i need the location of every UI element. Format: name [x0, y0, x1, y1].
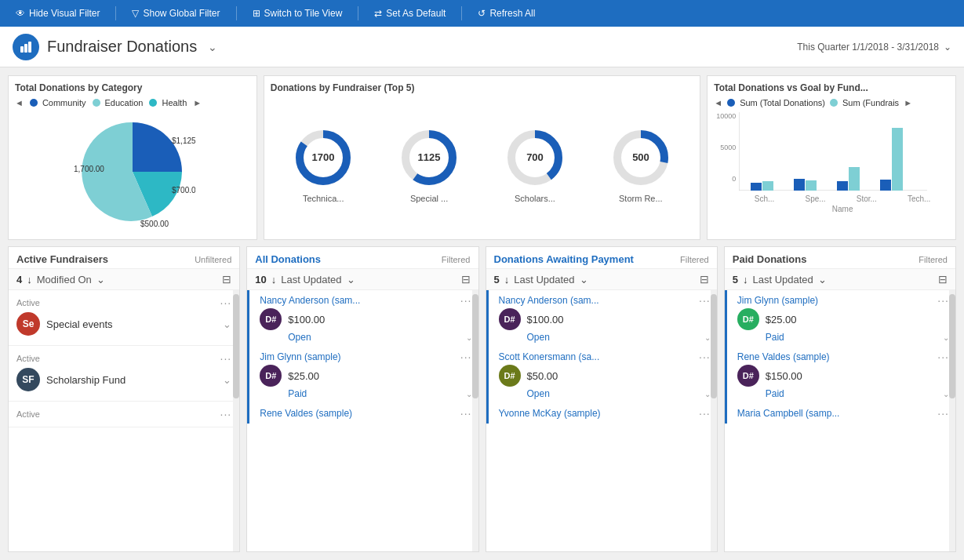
- list-item[interactable]: Jim Glynn (sample) ··· D# $25.00 Paid ⌄: [247, 347, 478, 403]
- x-axis-name-label: Name: [739, 205, 946, 213]
- donut-svg-1: 1125: [398, 126, 460, 189]
- ap-item-dots-0[interactable]: ···: [699, 294, 711, 307]
- bar-nav-left-icon[interactable]: ◄: [714, 98, 722, 107]
- pd-chevron-1[interactable]: ⌄: [943, 390, 949, 398]
- date-range[interactable]: This Quarter 1/1/2018 - 3/31/2018 ⌄: [797, 42, 951, 53]
- tile-view-btn[interactable]: ⊞ Switch to Tile View: [245, 5, 351, 22]
- pd-chevron-0[interactable]: ⌄: [943, 333, 949, 342]
- ap-sort-field[interactable]: Last Updated: [514, 274, 574, 285]
- ad-status-0[interactable]: Open: [288, 332, 311, 343]
- svg-text:1125: 1125: [418, 151, 441, 163]
- fi-status-1: Active: [16, 354, 40, 363]
- list-item[interactable]: Jim Glynn (sample) ··· D# $25.00 Paid ⌄: [725, 290, 955, 347]
- pd-scrollbar[interactable]: [949, 290, 955, 551]
- ap-chevron-0[interactable]: ⌄: [704, 333, 711, 342]
- ad-sort-field-chevron[interactable]: ⌄: [347, 274, 355, 285]
- fi-chevron-0[interactable]: ⌄: [223, 318, 231, 330]
- pie-chart-area: $1,125.00 1,700.00 $500.00 $700.00: [15, 111, 250, 232]
- bar-nav-right-icon[interactable]: ►: [904, 98, 912, 107]
- ap-status-1[interactable]: Open: [527, 388, 550, 399]
- legend-health: Health: [162, 98, 187, 107]
- pd-sort-field[interactable]: Last Updated: [752, 274, 813, 285]
- refresh-btn[interactable]: ↺ Refresh All: [470, 5, 543, 22]
- fi-dots-0[interactable]: ···: [220, 296, 232, 309]
- fi-dots-2[interactable]: ···: [220, 408, 232, 420]
- af-scrollbar[interactable]: [233, 290, 239, 551]
- pd-item-name-1[interactable]: Rene Valdes (sample): [737, 351, 830, 362]
- af-controls: 4 ↓ Modified On ⌄ ⊟: [9, 269, 239, 290]
- list-item[interactable]: Nancy Anderson (sam... ··· D# $100.00 Op…: [247, 290, 478, 347]
- pd-sort-num: 5: [733, 274, 738, 285]
- list-item[interactable]: Maria Campbell (samp... ···: [725, 403, 955, 424]
- ap-scrollbar[interactable]: [711, 290, 717, 551]
- list-item[interactable]: Yvonne McKay (sample) ···: [486, 403, 717, 424]
- pd-amount-0: $25.00: [766, 314, 797, 325]
- list-item[interactable]: Nancy Anderson (sam... ··· D# $100.00 Op…: [486, 290, 717, 347]
- ap-sort-down-icon[interactable]: ↓: [504, 274, 510, 285]
- list-item[interactable]: Rene Valdes (sample) ··· D# $150.00 Paid…: [725, 347, 955, 403]
- awaiting-payment-card: Donations Awaiting Payment Filtered 5 ↓ …: [486, 246, 718, 552]
- af-sort-field-chevron[interactable]: ⌄: [96, 274, 105, 285]
- ad-chevron-0[interactable]: ⌄: [466, 333, 472, 342]
- af-filter-icon[interactable]: ⊟: [222, 273, 231, 285]
- ap-status-0[interactable]: Open: [527, 332, 550, 343]
- ap-item-dots-1[interactable]: ···: [699, 351, 711, 363]
- sep3: [358, 6, 358, 20]
- ap-item-dots-2[interactable]: ···: [699, 407, 711, 420]
- pd-status-0[interactable]: Paid: [766, 332, 784, 343]
- list-item[interactable]: Rene Valdes (sample) ···: [247, 403, 478, 424]
- ad-scrollbar[interactable]: [472, 290, 478, 551]
- ad-item-name-1[interactable]: Jim Glynn (sample): [260, 351, 340, 362]
- list-item[interactable]: Scott Konersmann (sa... ··· D# $50.00 Op…: [486, 347, 717, 403]
- list-item[interactable]: Active ··· Se Special events ⌄: [9, 290, 239, 346]
- set-default-btn[interactable]: ⇄ Set As Default: [366, 5, 453, 22]
- blue-bar-2: [247, 403, 249, 424]
- pd-item-dots-1[interactable]: ···: [937, 351, 949, 363]
- hide-visual-filter-btn[interactable]: 👁 Hide Visual Filter: [8, 5, 107, 22]
- pd-item-name-0[interactable]: Jim Glynn (sample): [737, 295, 818, 306]
- list-item[interactable]: Active ···: [9, 402, 239, 427]
- pd-scrollthumb: [949, 294, 955, 398]
- ap-item-name-2[interactable]: Yvonne McKay (sample): [499, 408, 601, 419]
- af-sort-down-icon[interactable]: ↓: [27, 274, 32, 285]
- donut-label-2: Scholars...: [515, 194, 555, 203]
- blue-bar-0: [247, 290, 249, 347]
- pd-status-1[interactable]: Paid: [766, 388, 784, 399]
- y-label-0: 0: [714, 175, 736, 183]
- ad-status-1[interactable]: Paid: [288, 388, 307, 399]
- ad-item-dots-1[interactable]: ···: [460, 351, 472, 363]
- pd-sort-field-chevron[interactable]: ⌄: [818, 274, 827, 285]
- show-global-filter-btn[interactable]: ▽ Show Global Filter: [124, 5, 227, 22]
- svg-rect-27: [880, 180, 891, 191]
- ap-filter-icon[interactable]: ⊟: [700, 273, 709, 285]
- ad-item-dots-0[interactable]: ···: [460, 294, 472, 307]
- ad-item-name-2[interactable]: Rene Valdes (sample): [260, 408, 352, 419]
- ap-item-name-1[interactable]: Scott Konersmann (sa...: [499, 351, 600, 362]
- pd-item-name-2[interactable]: Maria Campbell (samp...: [737, 408, 840, 419]
- pie-nav-left-icon[interactable]: ◄: [15, 98, 24, 107]
- ap-name-row-0: Nancy Anderson (sam... ···: [499, 294, 711, 307]
- ad-filter-icon[interactable]: ⊟: [461, 273, 471, 285]
- ap-sort-field-chevron[interactable]: ⌄: [580, 274, 588, 285]
- af-sort-field[interactable]: Modified On: [37, 274, 92, 285]
- pd-sort-down-icon[interactable]: ↓: [743, 274, 748, 285]
- pd-filter-icon[interactable]: ⊟: [938, 273, 948, 285]
- ad-sort-down-icon[interactable]: ↓: [271, 274, 277, 285]
- ap-chevron-1[interactable]: ⌄: [704, 390, 711, 398]
- fi-dots-1[interactable]: ···: [220, 352, 232, 365]
- ad-chevron-1[interactable]: ⌄: [466, 390, 472, 398]
- pd-item-dots-0[interactable]: ···: [937, 294, 949, 307]
- title-chevron-icon[interactable]: ⌄: [208, 41, 217, 53]
- ad-item-dots-2[interactable]: ···: [460, 407, 472, 420]
- pd-item-dots-2[interactable]: ···: [937, 407, 949, 420]
- tile-icon: ⊞: [253, 8, 260, 19]
- ap-item-name-0[interactable]: Nancy Anderson (sam...: [499, 295, 599, 306]
- list-item[interactable]: Active ··· SF Scholarship Fund ⌄: [9, 346, 239, 402]
- pie-nav-right-icon[interactable]: ►: [193, 98, 202, 107]
- y-label-5000: 5000: [714, 144, 736, 151]
- svg-rect-23: [794, 179, 805, 191]
- ad-item-name-0[interactable]: Nancy Anderson (sam...: [260, 295, 360, 306]
- legend-community: Community: [42, 98, 86, 107]
- ad-sort-field[interactable]: Last Updated: [281, 274, 341, 285]
- fi-chevron-1[interactable]: ⌄: [223, 374, 231, 386]
